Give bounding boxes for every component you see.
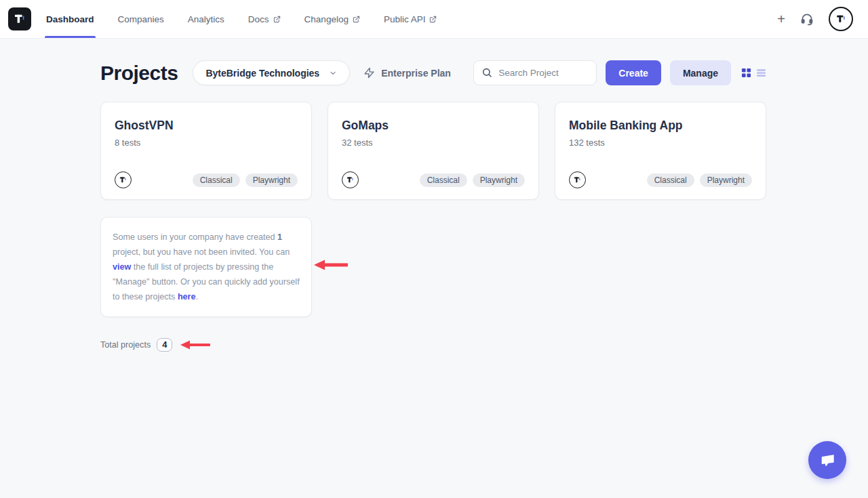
badge-classical: Classical: [647, 173, 694, 187]
nav-item-analytics[interactable]: Analytics: [188, 0, 224, 38]
project-name: Mobile Banking App: [569, 119, 752, 133]
notice-bold-count: 1: [277, 232, 282, 242]
project-card-footer: ClassicalPlaywright: [115, 171, 298, 188]
badge-playwright: Playwright: [700, 173, 752, 187]
badge-classical: Classical: [193, 173, 240, 187]
nav-item-label: Changelog: [304, 14, 349, 24]
notice-text: Some users in your company have created: [113, 232, 277, 242]
company-selector[interactable]: ByteBridge Technologies: [193, 60, 350, 85]
nav-item-label: Public API: [384, 14, 426, 24]
badge-playwright: Playwright: [473, 173, 525, 187]
here-link[interactable]: here: [178, 292, 196, 302]
red-arrow-icon: [313, 259, 349, 271]
top-navigation-bar: Dashboard Companies Analytics Docs Cha: [0, 0, 868, 39]
total-projects-label: Total projects: [100, 340, 151, 350]
project-tests-count: 132 tests: [569, 138, 752, 148]
nav-item-label: Analytics: [188, 14, 224, 24]
project-name: GoMaps: [342, 119, 525, 133]
project-logo-icon: [342, 171, 359, 188]
project-card[interactable]: Mobile Banking App 132 tests ClassicalPl…: [555, 102, 766, 200]
view-link[interactable]: view: [113, 262, 131, 272]
nav-item-dashboard[interactable]: Dashboard: [46, 0, 94, 38]
nav-item-changelog[interactable]: Changelog: [304, 0, 360, 38]
chevron-down-icon: [329, 69, 337, 77]
project-tests-count: 8 tests: [115, 138, 298, 148]
project-card-footer: ClassicalPlaywright: [342, 171, 525, 188]
badge-playwright: Playwright: [245, 173, 298, 187]
nav-item-label: Companies: [118, 14, 164, 24]
brand-logo[interactable]: [8, 7, 31, 30]
search-input[interactable]: [473, 60, 597, 85]
notice-text: .: [196, 292, 199, 302]
project-badges: ClassicalPlaywright: [193, 173, 298, 187]
notice-text: project, but you have not been invited. …: [113, 247, 290, 257]
view-toggles: [741, 67, 767, 79]
total-projects-count: 4: [157, 338, 172, 352]
add-button[interactable]: +: [777, 12, 785, 26]
company-selector-value: ByteBridge Technologies: [205, 68, 319, 79]
list-view-icon[interactable]: [755, 67, 767, 79]
nav-item-label: Dashboard: [46, 14, 94, 24]
plan-indicator: Enterprise Plan: [363, 67, 451, 79]
page-title: Projects: [100, 62, 178, 85]
projects-grid: GhostVPN 8 tests ClassicalPlaywright GoM…: [100, 102, 767, 200]
red-arrow-icon: [180, 339, 211, 350]
brand-logo-icon: [12, 11, 28, 27]
project-logo-icon: [569, 171, 586, 188]
nav-item-docs[interactable]: Docs: [248, 0, 281, 38]
topbar-actions: +: [777, 7, 853, 31]
nav-item-companies[interactable]: Companies: [118, 0, 164, 38]
projects-toolbar: Projects ByteBridge Technologies Enterpr…: [100, 60, 767, 85]
notice-row: Some users in your company have created …: [100, 217, 767, 317]
avatar-logo-icon: [833, 12, 848, 26]
project-card[interactable]: GoMaps 32 tests ClassicalPlaywright: [328, 102, 539, 200]
project-logo-icon: [115, 171, 132, 188]
support-headset-icon[interactable]: [800, 12, 814, 26]
project-card[interactable]: GhostVPN 8 tests ClassicalPlaywright: [100, 102, 312, 200]
project-badges: ClassicalPlaywright: [647, 173, 752, 187]
project-tests-count: 32 tests: [342, 138, 525, 148]
total-projects-row: Total projects 4: [100, 338, 767, 352]
project-badges: ClassicalPlaywright: [420, 173, 525, 187]
notice-text: the full list of projects by pressing th…: [113, 262, 300, 302]
chat-widget-button[interactable]: [808, 441, 846, 479]
main-nav: Dashboard Companies Analytics Docs Cha: [46, 0, 437, 38]
create-button[interactable]: Create: [606, 60, 661, 85]
manage-button[interactable]: Manage: [670, 60, 731, 85]
nav-item-public-api[interactable]: Public API: [384, 0, 437, 38]
badge-classical: Classical: [420, 173, 467, 187]
external-link-icon: [429, 16, 437, 23]
main-content: Projects ByteBridge Technologies Enterpr…: [0, 39, 767, 352]
external-link-icon: [353, 16, 360, 23]
external-link-icon: [273, 16, 281, 23]
plan-label: Enterprise Plan: [381, 68, 451, 79]
grid-view-icon[interactable]: [741, 67, 752, 79]
lightning-icon: [363, 67, 375, 79]
invitation-notice-card: Some users in your company have created …: [100, 217, 312, 317]
project-card-footer: ClassicalPlaywright: [569, 171, 752, 188]
search-box: [473, 60, 597, 85]
nav-item-label: Docs: [248, 14, 269, 24]
user-avatar[interactable]: [829, 7, 853, 31]
project-name: GhostVPN: [115, 119, 298, 133]
chat-bubble-icon: [817, 450, 837, 470]
